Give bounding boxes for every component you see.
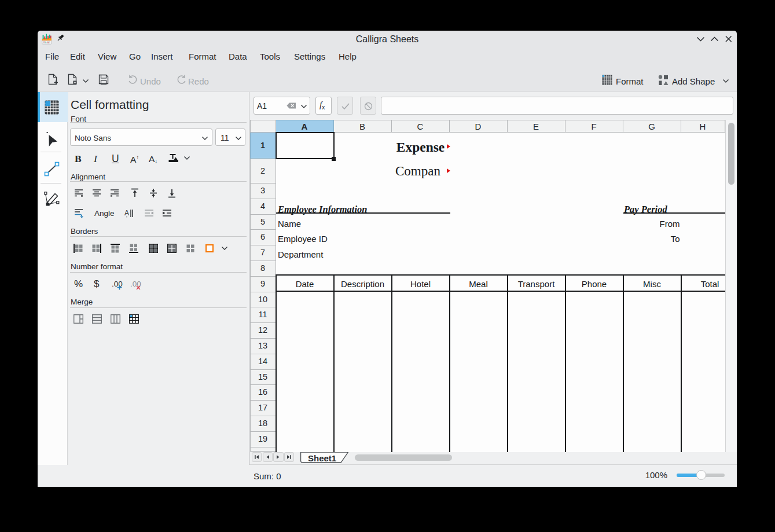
svg-text:A: A (124, 209, 129, 217)
